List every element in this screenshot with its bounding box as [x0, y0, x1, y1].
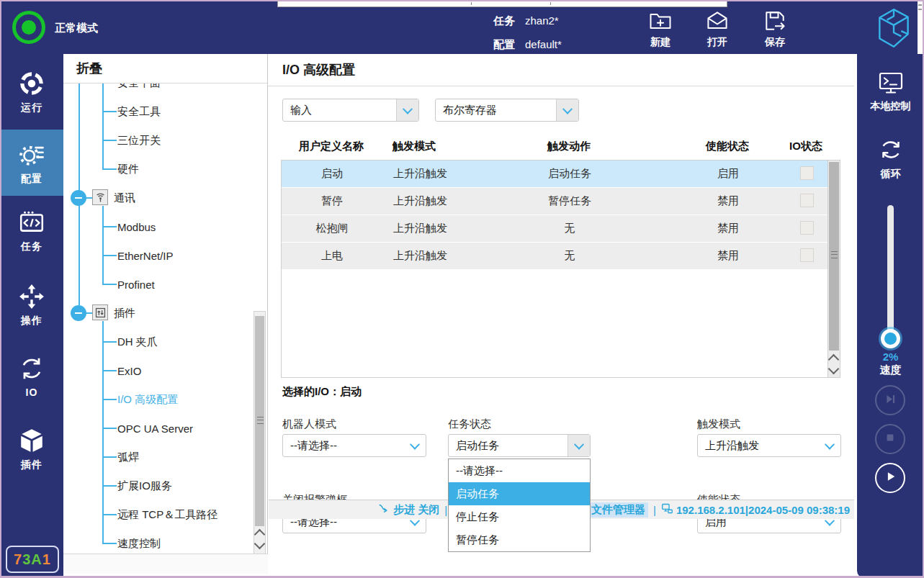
- stop-button[interactable]: [875, 424, 905, 454]
- chevron-down-icon: [568, 435, 590, 456]
- tree-item-remote-tcp-toolpath[interactable]: 远程 TCP＆工具路径: [63, 500, 253, 529]
- network-icon: [661, 502, 673, 517]
- tree-item-three-position-switch[interactable]: 三位开关: [63, 126, 253, 155]
- right-control-rail: 本地控制 循环 2% 速度: [857, 54, 924, 578]
- table-scrollbar-arrows[interactable]: [828, 353, 839, 377]
- settings-icon: [0, 140, 63, 168]
- register-type-select[interactable]: 布尔寄存器: [435, 99, 579, 122]
- chevron-down-icon: [819, 435, 840, 456]
- mode-status-text: 正常模式: [55, 22, 98, 35]
- tree-item-opc-ua-server[interactable]: OPC UA Server: [63, 414, 253, 443]
- trigger-mode-select[interactable]: 上升沿触发: [697, 434, 841, 457]
- tree-item-io-advanced-config[interactable]: I/O 高级配置: [63, 385, 253, 414]
- io-state-checkbox[interactable]: [800, 166, 814, 180]
- loop-button[interactable]: 循环: [857, 135, 924, 181]
- operate-icon: [0, 283, 63, 310]
- save-icon: [748, 8, 802, 34]
- io-icon: [0, 355, 63, 382]
- tree-item-dh-gripper[interactable]: DH 夹爪: [63, 328, 253, 356]
- speed-slider-track[interactable]: [887, 205, 894, 346]
- table-row-pause[interactable]: 暂停 上升沿触发 暂停任务 禁用: [282, 188, 827, 215]
- tree-item-speed-control[interactable]: 速度控制: [63, 529, 253, 554]
- collapse-minus-icon[interactable]: [71, 190, 86, 206]
- tree-scrollbar-arrows[interactable]: [254, 528, 265, 552]
- left-nav-rail: 运行 配置 任务: [0, 54, 63, 578]
- tree-scrollbar[interactable]: [254, 311, 266, 554]
- nav-run[interactable]: 运行: [0, 70, 63, 126]
- run-icon: [0, 70, 63, 97]
- new-file-icon: [633, 8, 688, 34]
- tree-item-hardware[interactable]: 硬件: [63, 155, 253, 184]
- tree-node-plugins[interactable]: 插件: [63, 299, 253, 328]
- step-icon: [378, 502, 390, 517]
- bottom-strip: [63, 554, 268, 574]
- dropdown-option-stop-task[interactable]: 停止任务: [449, 505, 590, 528]
- speed-slider-thumb[interactable]: [881, 329, 900, 348]
- skip-next-icon: [884, 393, 897, 408]
- tree-item-modbus[interactable]: Modbus: [63, 212, 253, 241]
- task-state-dropdown-list: --请选择-- 启动任务 停止任务 暂停任务: [448, 459, 591, 552]
- window-side-scrollbar[interactable]: [918, 1, 923, 54]
- nav-config[interactable]: 配置: [0, 130, 63, 196]
- tree-item-safety-tool[interactable]: 安全工具: [63, 97, 253, 126]
- collapse-button[interactable]: 折叠: [63, 54, 267, 83]
- safety-checksum-badge[interactable]: 7 3 A 1: [6, 546, 59, 573]
- tree-item-profinet[interactable]: Profinet: [63, 270, 253, 299]
- table-scrollbar[interactable]: [827, 161, 840, 377]
- tree-scrollbar-thumb[interactable]: [255, 316, 264, 526]
- task-state-select[interactable]: 启动任务: [448, 434, 591, 457]
- io-table-header: 用户定义名称 触发模式 触发动作 使能状态 IO状态: [281, 133, 827, 159]
- table-scrollbar-thumb[interactable]: [829, 162, 839, 351]
- nav-task[interactable]: 任务: [0, 209, 63, 265]
- io-state-checkbox[interactable]: [800, 221, 814, 235]
- step-forward-button[interactable]: [875, 385, 905, 415]
- speed-label: 速度: [857, 363, 924, 377]
- dropdown-option-pause-task[interactable]: 暂停任务: [449, 528, 590, 551]
- io-direction-select[interactable]: 输入: [282, 99, 419, 122]
- new-button[interactable]: 新建: [633, 8, 688, 49]
- io-state-checkbox[interactable]: [800, 194, 814, 207]
- robot-mode-label: 机器人模式: [282, 417, 336, 431]
- step-mode-status[interactable]: 步进 关闭: [378, 502, 439, 517]
- nav-io[interactable]: IO: [0, 355, 63, 411]
- play-icon: [884, 470, 897, 486]
- tree-item-ethernet-ip[interactable]: EtherNet/IP: [63, 241, 253, 270]
- mode-status-indicator: [12, 11, 45, 44]
- collapse-minus-icon[interactable]: [71, 305, 86, 321]
- dropdown-option-please-select[interactable]: --请选择--: [449, 459, 590, 482]
- trigger-mode-label: 触发模式: [697, 417, 740, 431]
- task-state-label: 任务状态: [448, 417, 491, 431]
- page-title: I/O 高级配置: [268, 54, 854, 86]
- table-row-power-on[interactable]: 上电 上升沿触发 无 禁用: [282, 243, 827, 269]
- chevron-down-icon: [396, 99, 418, 121]
- config-name: default*: [525, 38, 562, 50]
- plugin-icon: [0, 427, 63, 454]
- config-tree: 安全平面 安全工具 三位开关 硬件 通讯 Modbus EtherNet/IP: [63, 83, 267, 554]
- dropdown-option-start-task[interactable]: 启动任务: [449, 482, 590, 505]
- robot-teach-pendant-screen: 正常模式 任务zhan2* 配置default* 新建 打开: [0, 0, 924, 578]
- local-control-icon: [857, 68, 924, 97]
- open-button[interactable]: 打开: [690, 8, 745, 49]
- local-control-button[interactable]: 本地控制: [857, 68, 924, 113]
- io-box-icon: [92, 304, 108, 320]
- task-label: 任务: [493, 14, 515, 27]
- task-name: zhan2*: [525, 14, 559, 27]
- table-row-release-brake[interactable]: 松抱闸 上升沿触发 无 禁用: [282, 215, 827, 242]
- table-row-start[interactable]: 启动 上升沿触发 启动任务 启用: [282, 161, 827, 187]
- window-top-strip: [277, 1, 727, 7]
- network-time-status[interactable]: 192.168.2.101|2024-05-09 09:38:19: [661, 502, 850, 517]
- tree-item-extended-io-service[interactable]: 扩展IO服务: [63, 471, 253, 500]
- nav-plugin[interactable]: 插件: [0, 427, 63, 483]
- tree-item-safety-plane[interactable]: 安全平面: [63, 83, 253, 97]
- save-button[interactable]: 保存: [748, 8, 802, 49]
- stop-icon: [884, 432, 896, 446]
- tree-node-communication[interactable]: 通讯: [63, 184, 253, 212]
- tree-item-arc-welding[interactable]: 弧焊: [63, 443, 253, 471]
- io-state-checkbox[interactable]: [800, 248, 814, 262]
- play-button[interactable]: [875, 463, 905, 493]
- nav-operate[interactable]: 操作: [0, 283, 63, 339]
- robot-mode-select[interactable]: --请选择--: [282, 434, 426, 457]
- config-label: 配置: [493, 38, 515, 50]
- tree-item-exio[interactable]: ExIO: [63, 356, 253, 385]
- chevron-down-icon: [556, 99, 578, 121]
